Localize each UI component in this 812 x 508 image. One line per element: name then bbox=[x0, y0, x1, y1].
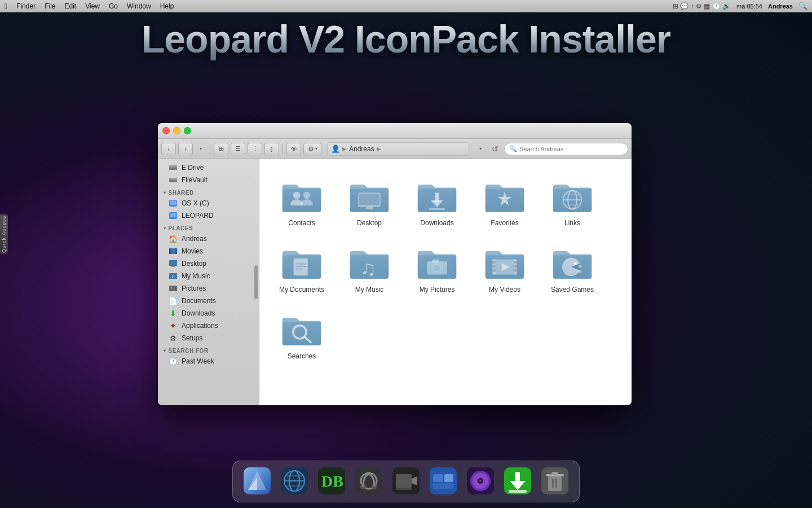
dock-item-cd[interactable] bbox=[464, 465, 497, 497]
sidebar-item-mymusic[interactable]: ♪ My Music bbox=[159, 270, 258, 282]
contacts-folder-icon bbox=[281, 175, 322, 216]
app-title-area: Leopard V2 IconPack Installer bbox=[0, 17, 812, 61]
sidebar-item-documents[interactable]: 📄 Documents bbox=[159, 295, 258, 307]
clock-icon: 🕐 bbox=[168, 356, 178, 366]
menu-edit[interactable]: Edit bbox=[64, 2, 76, 10]
sidebar-item-applications[interactable]: ✦ Applications bbox=[159, 319, 258, 332]
close-button[interactable] bbox=[162, 127, 170, 134]
breadcrumb-path[interactable]: Andreas bbox=[349, 145, 374, 153]
sidebar-item-pastweek[interactable]: 🕐 Past Week bbox=[159, 355, 258, 367]
list-view-icon: ☰ bbox=[235, 145, 241, 152]
folder-mydocuments[interactable]: My Documents bbox=[271, 237, 333, 298]
icon-view-icon: ⊞ bbox=[219, 145, 224, 152]
titlebar bbox=[158, 123, 632, 139]
dock-item-music[interactable] bbox=[352, 465, 385, 497]
person-icon: 👤 bbox=[331, 144, 340, 153]
section-label-3: SEARCH FOR bbox=[169, 348, 209, 354]
back-button[interactable]: ‹ bbox=[161, 143, 176, 155]
dock-item-network[interactable] bbox=[278, 465, 311, 497]
sidebar-item-label: FileVault bbox=[182, 176, 208, 184]
menu-view[interactable]: View bbox=[85, 2, 100, 10]
folder-downloads[interactable]: Downloads bbox=[406, 170, 468, 231]
gear-button[interactable]: ⚙ ▾ bbox=[303, 143, 321, 155]
menu-finder[interactable]: Finder bbox=[16, 2, 36, 10]
svg-rect-35 bbox=[295, 269, 303, 270]
sidebar-section-places[interactable]: ▾ PLACES bbox=[158, 222, 259, 233]
sidebar-item-andreas[interactable]: 🏠 Andreas bbox=[159, 233, 258, 245]
search-input[interactable] bbox=[519, 146, 623, 152]
menubar-user[interactable]: Andreas bbox=[768, 3, 793, 10]
sidebar-item-desktop[interactable]: Desktop bbox=[159, 257, 258, 270]
sidebar-section-searchfor[interactable]: ▾ SEARCH FOR bbox=[158, 344, 259, 355]
folder-mymusic[interactable]: ♫ My Music bbox=[338, 237, 400, 298]
searches-folder-icon bbox=[281, 308, 322, 349]
dock-item-download[interactable] bbox=[501, 465, 534, 497]
music-dock-icon bbox=[354, 466, 383, 496]
sidebar-item-pictures[interactable]: Pictures bbox=[159, 282, 258, 295]
section-label: SHARED bbox=[169, 190, 194, 196]
eye-button[interactable]: 👁 bbox=[286, 143, 301, 155]
app-title: Leopard V2 IconPack Installer bbox=[142, 17, 670, 60]
dock-item-photos[interactable] bbox=[427, 465, 460, 497]
triangle-icon: ▾ bbox=[164, 190, 166, 195]
folder-contacts[interactable]: Contacts bbox=[271, 170, 333, 231]
quick-access-label: Quick Access bbox=[1, 216, 7, 253]
nav-dropdown[interactable]: ▾ bbox=[195, 143, 206, 155]
quick-access-tab[interactable]: Quick Access bbox=[0, 214, 8, 254]
folder-savedgames[interactable]: Saved Games bbox=[541, 237, 603, 298]
breadcrumb-dropdown[interactable]: ▾ bbox=[475, 143, 486, 155]
movies-icon bbox=[168, 246, 178, 256]
search-box[interactable]: 🔍 bbox=[504, 143, 628, 155]
menu-help[interactable]: Help bbox=[160, 2, 174, 10]
column-view-button[interactable]: ⋮ bbox=[248, 143, 262, 155]
sidebar-scrollbar[interactable] bbox=[254, 265, 258, 299]
column-view-icon: ⋮ bbox=[252, 145, 258, 152]
back-icon: ‹ bbox=[167, 146, 170, 152]
apple-menu[interactable]:  bbox=[5, 2, 7, 11]
sidebar-item-label: Movies bbox=[182, 247, 203, 255]
menu-go[interactable]: Go bbox=[109, 2, 118, 10]
myvideos-folder-icon bbox=[484, 242, 525, 282]
menubar-time: mä 05:54 bbox=[736, 3, 762, 10]
dock-item-trash[interactable] bbox=[539, 465, 571, 497]
sidebar-item-edrive[interactable]: E Drive bbox=[159, 161, 258, 174]
folder-mypictures[interactable]: My Pictures bbox=[406, 237, 468, 298]
folder-favorites[interactable]: Favorites bbox=[474, 170, 536, 231]
list-view-button[interactable]: ☰ bbox=[231, 143, 245, 155]
sidebar-item-setups[interactable]: ⚙ Setups bbox=[159, 332, 258, 344]
menubar-left:  Finder File Edit View Go Window Help bbox=[5, 2, 174, 11]
folder-desktop[interactable]: Desktop bbox=[338, 170, 400, 231]
svg-rect-40 bbox=[432, 260, 439, 262]
svg-point-54 bbox=[579, 270, 581, 273]
folder-searches[interactable]: Searches bbox=[271, 304, 333, 365]
coverflow-button[interactable]: ⫿ bbox=[264, 143, 279, 155]
sidebar-item-movies[interactable]: Movies bbox=[159, 245, 258, 257]
sidebar-item-filevault[interactable]: FileVault bbox=[159, 174, 258, 186]
forward-button[interactable]: › bbox=[178, 143, 193, 155]
menu-window[interactable]: Window bbox=[127, 2, 151, 10]
folder-label: Contacts bbox=[288, 219, 315, 227]
sidebar-item-label: Setups bbox=[182, 334, 202, 342]
desktop-folder-icon bbox=[349, 175, 390, 216]
minimize-button[interactable] bbox=[173, 127, 180, 134]
dock-item-video[interactable] bbox=[390, 465, 422, 497]
sidebar-item-leopard[interactable]: LEOPARD bbox=[159, 209, 258, 222]
icon-view-button[interactable]: ⊞ bbox=[214, 143, 228, 155]
dock-item-db[interactable]: DB bbox=[315, 465, 348, 497]
search-menubar-icon[interactable]: 🔍 bbox=[798, 2, 807, 10]
menu-file[interactable]: File bbox=[45, 2, 55, 10]
svg-point-53 bbox=[579, 265, 581, 268]
maximize-button[interactable] bbox=[184, 127, 191, 134]
dock-item-finder[interactable] bbox=[241, 465, 273, 497]
svg-rect-1 bbox=[169, 165, 177, 168]
sidebar-item-osx[interactable]: OS X (C) bbox=[159, 197, 258, 209]
folder-links[interactable]: Links bbox=[541, 170, 603, 231]
folder-myvideos[interactable]: My Videos bbox=[474, 237, 536, 298]
refresh-button[interactable]: ↺ bbox=[488, 143, 502, 155]
sidebar-section-shared[interactable]: ▾ SHARED bbox=[158, 186, 259, 197]
svg-text:♫: ♫ bbox=[360, 256, 376, 280]
sidebar-item-downloads[interactable]: ⬇ Downloads bbox=[159, 307, 258, 319]
svg-rect-93 bbox=[552, 479, 554, 488]
sidebar-item-label: My Music bbox=[182, 272, 210, 280]
svg-rect-46 bbox=[492, 269, 495, 272]
